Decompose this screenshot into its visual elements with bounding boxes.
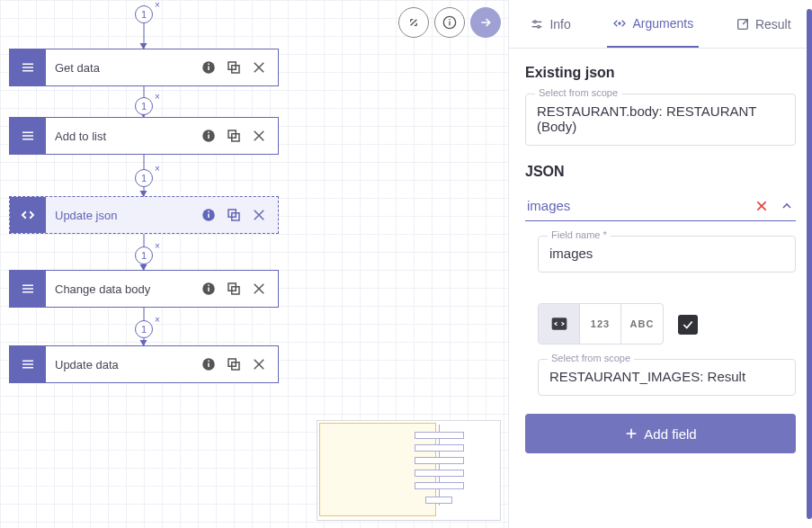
copy-icon — [226, 356, 242, 372]
type-option-string[interactable]: ABC — [621, 304, 663, 344]
run-button[interactable] — [470, 7, 501, 38]
type-option-number[interactable]: 123 — [580, 304, 621, 344]
node-title: Get data — [46, 61, 201, 75]
svg-rect-24 — [208, 214, 210, 219]
type-option-label: ABC — [630, 318, 655, 329]
field-value: RESTAURANT.body: RESTAURANT (Body) — [537, 103, 784, 134]
add-field-button[interactable]: Add field — [525, 414, 796, 453]
node-change-data-body[interactable]: Change data body — [9, 270, 279, 308]
connector-remove[interactable]: × — [155, 0, 160, 10]
json-entry-collapse-button[interactable] — [774, 199, 794, 213]
svg-rect-34 — [208, 288, 210, 292]
connector-remove[interactable]: × — [155, 164, 160, 174]
node-handle-icon[interactable] — [10, 49, 46, 85]
svg-rect-2 — [449, 19, 450, 20]
node-add-to-list[interactable]: Add to list — [9, 117, 279, 155]
connector-remove[interactable]: × — [155, 92, 160, 102]
field-value: images — [549, 246, 784, 261]
tab-info[interactable]: Info — [524, 0, 576, 48]
add-field-label: Add field — [644, 426, 696, 442]
field-value: RESTAURANT_IMAGES: Result — [549, 369, 784, 384]
node-copy-button[interactable] — [226, 59, 242, 76]
copy-icon — [226, 207, 242, 223]
node-update-data[interactable]: Update data — [9, 345, 279, 383]
badge-value: 1 — [141, 173, 147, 183]
type-toggle-group: 123 ABC — [538, 303, 664, 345]
connector-badge[interactable]: 1 — [135, 246, 153, 264]
node-title: Change data body — [46, 282, 201, 296]
copy-icon — [226, 281, 242, 297]
list-icon — [20, 59, 36, 76]
copy-icon — [226, 59, 242, 76]
info-icon — [201, 281, 217, 297]
minimap[interactable] — [317, 420, 501, 521]
node-title: Add to list — [46, 130, 201, 143]
node-title: Update data — [46, 358, 201, 371]
svg-rect-17 — [208, 135, 210, 139]
field-name-input[interactable]: Field name * images — [538, 236, 796, 273]
node-handle-icon[interactable] — [10, 118, 46, 154]
required-checkbox[interactable] — [678, 315, 698, 335]
node-handle-icon[interactable] — [10, 271, 46, 307]
node-copy-button[interactable] — [226, 207, 242, 223]
info-button[interactable] — [434, 7, 465, 38]
list-icon — [20, 281, 36, 297]
node-info-button[interactable] — [201, 59, 217, 76]
info-icon — [201, 59, 217, 76]
node-copy-button[interactable] — [226, 281, 242, 297]
arguments-icon — [612, 16, 627, 31]
node-delete-button[interactable] — [251, 207, 267, 223]
scope-select-json[interactable]: Select from scope RESTAURANT_IMAGES: Res… — [538, 359, 796, 396]
connector-remove[interactable]: × — [155, 315, 160, 325]
svg-rect-25 — [208, 211, 210, 213]
connector-remove[interactable]: × — [155, 241, 160, 251]
json-entry-name[interactable]: images — [527, 198, 749, 213]
code-icon — [550, 315, 568, 333]
info-icon — [201, 128, 217, 144]
field-label: Field name * — [548, 229, 611, 240]
list-icon — [20, 128, 36, 144]
connector-badge[interactable]: 1 — [135, 320, 153, 338]
check-icon — [682, 318, 694, 331]
node-copy-button[interactable] — [226, 128, 242, 144]
connector-badge[interactable]: 1 — [135, 97, 153, 115]
node-update-json[interactable]: Update json — [9, 196, 279, 234]
expand-icon — [406, 15, 421, 30]
badge-value: 1 — [141, 324, 147, 335]
node-info-button[interactable] — [201, 356, 217, 372]
node-info-button[interactable] — [201, 128, 217, 144]
fullscreen-button[interactable] — [398, 7, 429, 38]
chevron-up-icon — [780, 199, 794, 213]
svg-point-53 — [538, 25, 540, 28]
node-info-button[interactable] — [201, 281, 217, 297]
node-delete-button[interactable] — [251, 128, 267, 144]
node-handle-icon[interactable] — [10, 197, 46, 233]
node-get-data[interactable]: Get data — [9, 49, 279, 86]
field-label: Select from scope — [535, 87, 621, 98]
node-info-button[interactable] — [201, 207, 217, 223]
connector-badge[interactable]: 1 — [135, 5, 153, 23]
close-icon — [754, 199, 769, 213]
workflow-canvas[interactable]: 1 × Get data 1 × Add to list — [0, 0, 508, 528]
badge-value: 1 — [141, 9, 147, 20]
svg-rect-1 — [449, 22, 450, 26]
close-icon — [251, 356, 267, 372]
node-delete-button[interactable] — [251, 281, 267, 297]
close-icon — [251, 207, 267, 223]
svg-rect-35 — [208, 285, 210, 287]
node-delete-button[interactable] — [251, 356, 267, 372]
panel-tabs: Info Arguments Result — [509, 0, 812, 49]
code-icon — [20, 207, 36, 223]
svg-point-54 — [619, 22, 620, 24]
json-entry-delete-button[interactable] — [749, 199, 774, 213]
scope-select-existing[interactable]: Select from scope RESTAURANT.body: RESTA… — [525, 94, 796, 146]
info-icon — [442, 15, 457, 30]
type-option-code[interactable] — [539, 304, 580, 344]
node-handle-icon[interactable] — [10, 346, 46, 382]
connector-badge[interactable]: 1 — [135, 169, 153, 187]
tab-result[interactable]: Result — [730, 0, 797, 48]
node-copy-button[interactable] — [226, 356, 242, 372]
svg-rect-18 — [208, 132, 210, 134]
node-delete-button[interactable] — [251, 59, 267, 76]
tab-arguments[interactable]: Arguments — [607, 0, 699, 48]
